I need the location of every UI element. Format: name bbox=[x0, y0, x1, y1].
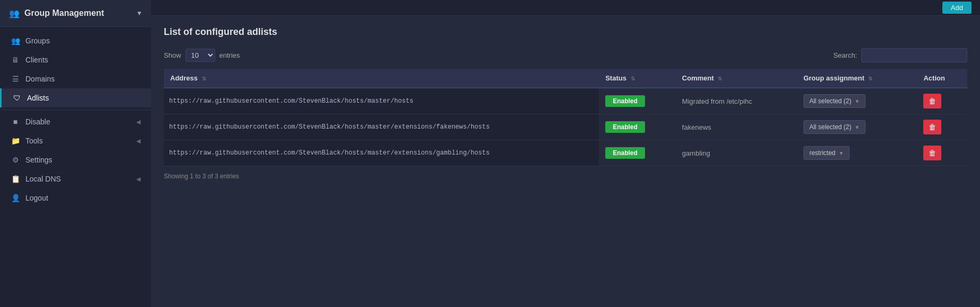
delete-button[interactable]: 🗑 bbox=[923, 146, 941, 160]
sidebar-nav: 👥 Groups 🖥 Clients ☰ Domains 🛡 Adlists ■… bbox=[0, 27, 151, 307]
disable-chevron: ◀ bbox=[136, 119, 140, 125]
comment-cell: gambling bbox=[676, 140, 797, 166]
local-dns-icon: 📋 bbox=[11, 175, 20, 183]
sidebar-label-tools: Tools bbox=[25, 137, 43, 145]
address-cell: https://raw.githubusercontent.com/Steven… bbox=[164, 88, 599, 114]
status-cell: Enabled bbox=[599, 88, 676, 114]
top-bar: Add bbox=[151, 0, 980, 16]
group-assignment-label: restricted bbox=[809, 149, 835, 157]
address-cell: https://raw.githubusercontent.com/Steven… bbox=[164, 114, 599, 140]
main-content: Add List of configured adlists Show 10 2… bbox=[151, 0, 980, 307]
search-input[interactable] bbox=[861, 48, 967, 62]
group-assignment-button[interactable]: All selected (2)▼ bbox=[804, 120, 866, 134]
table-row: https://raw.githubusercontent.com/Steven… bbox=[164, 88, 967, 114]
col-address: Address ⇅ bbox=[164, 69, 599, 88]
groups-icon: 👥 bbox=[11, 37, 20, 45]
status-cell: Enabled bbox=[599, 140, 676, 166]
table-row: https://raw.githubusercontent.com/Steven… bbox=[164, 114, 967, 140]
table-body: https://raw.githubusercontent.com/Steven… bbox=[164, 88, 967, 166]
action-cell: 🗑 bbox=[917, 140, 967, 166]
sidebar-label-local-dns: Local DNS bbox=[25, 175, 61, 183]
page-title: List of configured adlists bbox=[164, 26, 967, 38]
status-badge[interactable]: Enabled bbox=[605, 121, 645, 133]
sidebar-label-domains: Domains bbox=[25, 75, 55, 83]
sidebar: 👥 Group Management ▼ 👥 Groups 🖥 Clients … bbox=[0, 0, 151, 307]
sidebar-item-domains[interactable]: ☰ Domains bbox=[0, 69, 151, 88]
settings-icon: ⚙ bbox=[11, 156, 20, 164]
group-assignment-label: All selected (2) bbox=[809, 97, 851, 105]
show-entries-control: Show 10 25 50 100 entries bbox=[164, 49, 240, 62]
group-assignment-label: All selected (2) bbox=[809, 123, 851, 131]
add-button[interactable]: Add bbox=[942, 2, 972, 14]
trash-icon: 🗑 bbox=[929, 97, 936, 105]
status-cell: Enabled bbox=[599, 114, 676, 140]
content-area: List of configured adlists Show 10 25 50… bbox=[151, 16, 980, 307]
local-dns-chevron: ◀ bbox=[136, 176, 140, 183]
comment-cell: fakenews bbox=[676, 114, 797, 140]
sidebar-item-adlists[interactable]: 🛡 Adlists bbox=[0, 88, 151, 107]
group-dropdown-caret: ▼ bbox=[854, 124, 860, 130]
table-footer: Showing 1 to 3 of 3 entries bbox=[164, 166, 967, 182]
status-sort-icon[interactable]: ⇅ bbox=[631, 76, 635, 82]
entries-select[interactable]: 10 25 50 100 bbox=[186, 49, 215, 62]
domains-icon: ☰ bbox=[11, 75, 20, 83]
delete-button[interactable]: 🗑 bbox=[923, 94, 941, 109]
group-assignment-cell: restricted▼ bbox=[797, 140, 917, 166]
group-dropdown-caret: ▼ bbox=[854, 98, 860, 104]
delete-button[interactable]: 🗑 bbox=[923, 120, 941, 134]
sidebar-title-text: Group Management bbox=[24, 8, 104, 18]
sidebar-label-logout: Logout bbox=[25, 194, 48, 202]
sidebar-item-disable[interactable]: ■ Disable ◀ bbox=[0, 112, 151, 131]
sidebar-label-settings: Settings bbox=[25, 156, 52, 164]
sidebar-item-groups[interactable]: 👥 Groups bbox=[0, 31, 151, 50]
action-cell: 🗑 bbox=[917, 114, 967, 140]
address-sort-icon[interactable]: ⇅ bbox=[202, 76, 206, 82]
sidebar-divider-1 bbox=[0, 110, 151, 110]
sidebar-header[interactable]: 👥 Group Management ▼ bbox=[0, 0, 151, 27]
search-area: Search: bbox=[833, 48, 967, 62]
group-dropdown-caret: ▼ bbox=[838, 150, 844, 156]
trash-icon: 🗑 bbox=[929, 149, 936, 157]
sidebar-label-groups: Groups bbox=[25, 37, 50, 45]
comment-cell: Migrated from /etc/pihc bbox=[676, 88, 797, 114]
sidebar-item-settings[interactable]: ⚙ Settings bbox=[0, 150, 151, 169]
group-assignment-button[interactable]: restricted▼ bbox=[804, 146, 850, 160]
sidebar-collapse-chevron[interactable]: ▼ bbox=[136, 10, 143, 17]
adlists-table: Address ⇅ Status ⇅ Comment ⇅ Group assig… bbox=[164, 69, 967, 166]
group-management-icon: 👥 bbox=[8, 7, 20, 19]
show-label: Show bbox=[164, 51, 181, 59]
action-cell: 🗑 bbox=[917, 88, 967, 114]
tools-icon: 📁 bbox=[11, 137, 20, 145]
group-assignment-button[interactable]: All selected (2)▼ bbox=[804, 94, 866, 108]
sidebar-item-tools[interactable]: 📁 Tools ◀ bbox=[0, 131, 151, 150]
tools-chevron: ◀ bbox=[136, 138, 140, 145]
table-header: Address ⇅ Status ⇅ Comment ⇅ Group assig… bbox=[164, 69, 967, 88]
col-group-assignment: Group assignment ⇅ bbox=[797, 69, 917, 88]
sidebar-label-disable: Disable bbox=[25, 118, 50, 126]
search-label: Search: bbox=[833, 51, 857, 59]
logout-icon: 👤 bbox=[11, 194, 20, 202]
sidebar-label-clients: Clients bbox=[25, 56, 48, 64]
adlists-icon: 🛡 bbox=[12, 94, 22, 102]
table-controls: Show 10 25 50 100 entries Search: bbox=[164, 48, 967, 62]
sidebar-item-local-dns[interactable]: 📋 Local DNS ◀ bbox=[0, 169, 151, 188]
sidebar-item-logout[interactable]: 👤 Logout bbox=[0, 188, 151, 207]
disable-icon: ■ bbox=[11, 118, 20, 126]
sidebar-item-clients[interactable]: 🖥 Clients bbox=[0, 50, 151, 69]
col-status: Status ⇅ bbox=[599, 69, 676, 88]
table-footer-text: Showing 1 to 3 of 3 entries bbox=[164, 173, 239, 180]
address-cell: https://raw.githubusercontent.com/Steven… bbox=[164, 140, 599, 166]
status-badge[interactable]: Enabled bbox=[605, 147, 645, 159]
status-badge[interactable]: Enabled bbox=[605, 95, 645, 107]
group-assignment-cell: All selected (2)▼ bbox=[797, 114, 917, 140]
group-sort-icon[interactable]: ⇅ bbox=[868, 76, 872, 82]
clients-icon: 🖥 bbox=[11, 56, 20, 64]
sidebar-header-title: 👥 Group Management bbox=[8, 7, 104, 19]
table-row: https://raw.githubusercontent.com/Steven… bbox=[164, 140, 967, 166]
trash-icon: 🗑 bbox=[929, 123, 936, 131]
comment-sort-icon[interactable]: ⇅ bbox=[718, 76, 722, 82]
col-action: Action bbox=[917, 69, 967, 88]
sidebar-label-adlists: Adlists bbox=[27, 94, 49, 102]
entries-label: entries bbox=[219, 51, 240, 59]
group-assignment-cell: All selected (2)▼ bbox=[797, 88, 917, 114]
